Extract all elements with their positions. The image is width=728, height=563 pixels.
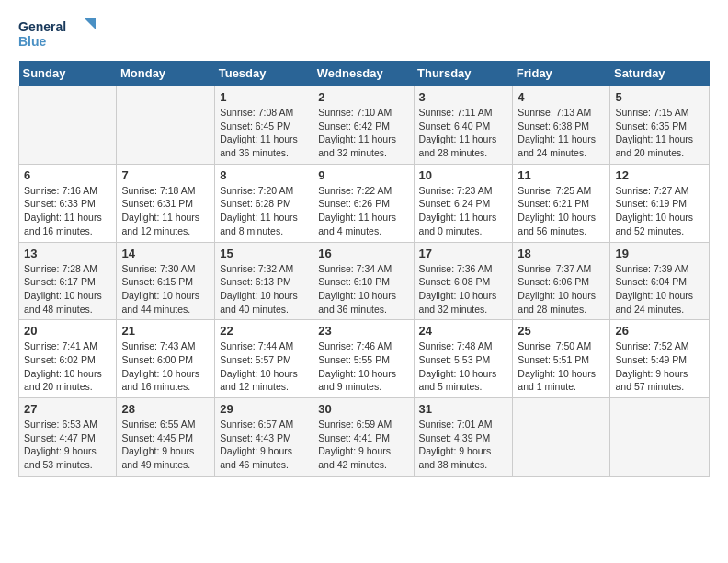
weekday-header-thursday: Thursday <box>414 61 513 86</box>
day-number: 5 <box>615 90 704 104</box>
day-number: 24 <box>419 324 508 338</box>
calendar-cell: 14Sunrise: 7:30 AM Sunset: 6:15 PM Dayli… <box>117 242 215 320</box>
calendar-cell: 13Sunrise: 7:28 AM Sunset: 6:17 PM Dayli… <box>19 242 117 320</box>
calendar-cell: 5Sunrise: 7:15 AM Sunset: 6:35 PM Daylig… <box>610 86 710 165</box>
day-number: 28 <box>121 402 210 416</box>
day-info: Sunrise: 7:11 AM Sunset: 6:40 PM Dayligh… <box>419 106 508 160</box>
day-number: 29 <box>220 402 308 416</box>
calendar-cell: 10Sunrise: 7:23 AM Sunset: 6:24 PM Dayli… <box>414 164 513 242</box>
calendar-cell: 18Sunrise: 7:37 AM Sunset: 6:06 PM Dayli… <box>513 242 610 320</box>
calendar-cell: 23Sunrise: 7:46 AM Sunset: 5:55 PM Dayli… <box>313 320 414 398</box>
day-info: Sunrise: 6:59 AM Sunset: 4:41 PM Dayligh… <box>318 418 408 472</box>
calendar-cell <box>19 86 117 165</box>
day-number: 23 <box>318 324 408 338</box>
day-number: 15 <box>220 247 308 260</box>
day-info: Sunrise: 7:52 AM Sunset: 5:49 PM Dayligh… <box>615 339 704 394</box>
day-number: 18 <box>518 247 605 260</box>
day-number: 20 <box>24 324 111 338</box>
svg-marker-2 <box>85 18 96 29</box>
calendar-cell: 8Sunrise: 7:20 AM Sunset: 6:28 PM Daylig… <box>215 164 313 242</box>
day-info: Sunrise: 7:01 AM Sunset: 4:39 PM Dayligh… <box>419 418 508 472</box>
day-number: 22 <box>220 324 308 338</box>
calendar-table: SundayMondayTuesdayWednesdayThursdayFrid… <box>18 61 710 477</box>
day-number: 11 <box>518 168 605 182</box>
day-info: Sunrise: 7:23 AM Sunset: 6:24 PM Dayligh… <box>419 184 508 238</box>
day-info: Sunrise: 7:30 AM Sunset: 6:15 PM Dayligh… <box>121 262 210 316</box>
day-number: 4 <box>518 90 605 104</box>
calendar-cell: 3Sunrise: 7:11 AM Sunset: 6:40 PM Daylig… <box>414 86 513 165</box>
day-info: Sunrise: 6:57 AM Sunset: 4:43 PM Dayligh… <box>220 418 308 472</box>
calendar-cell: 17Sunrise: 7:36 AM Sunset: 6:08 PM Dayli… <box>414 242 513 320</box>
day-info: Sunrise: 7:32 AM Sunset: 6:13 PM Dayligh… <box>220 262 308 316</box>
day-info: Sunrise: 7:22 AM Sunset: 6:26 PM Dayligh… <box>318 184 408 238</box>
day-number: 19 <box>615 247 704 260</box>
day-info: Sunrise: 7:25 AM Sunset: 6:21 PM Dayligh… <box>518 184 605 238</box>
day-info: Sunrise: 7:18 AM Sunset: 6:31 PM Dayligh… <box>121 184 210 238</box>
calendar-cell: 6Sunrise: 7:16 AM Sunset: 6:33 PM Daylig… <box>19 164 117 242</box>
weekday-header-row: SundayMondayTuesdayWednesdayThursdayFrid… <box>19 61 710 86</box>
logo: General Blue <box>18 15 101 52</box>
calendar-cell <box>117 86 215 165</box>
day-number: 13 <box>24 247 111 260</box>
calendar-cell: 27Sunrise: 6:53 AM Sunset: 4:47 PM Dayli… <box>19 398 117 477</box>
page-header: General Blue <box>18 15 710 52</box>
calendar-cell: 12Sunrise: 7:27 AM Sunset: 6:19 PM Dayli… <box>610 164 710 242</box>
day-number: 12 <box>615 168 704 182</box>
day-number: 6 <box>24 168 111 182</box>
week-row-3: 13Sunrise: 7:28 AM Sunset: 6:17 PM Dayli… <box>19 242 710 320</box>
day-info: Sunrise: 7:15 AM Sunset: 6:35 PM Dayligh… <box>615 106 704 160</box>
calendar-cell: 26Sunrise: 7:52 AM Sunset: 5:49 PM Dayli… <box>610 320 710 398</box>
day-info: Sunrise: 7:48 AM Sunset: 5:53 PM Dayligh… <box>419 339 508 394</box>
day-number: 14 <box>121 247 210 260</box>
day-number: 7 <box>121 168 210 182</box>
calendar-cell: 1Sunrise: 7:08 AM Sunset: 6:45 PM Daylig… <box>215 86 313 165</box>
week-row-4: 20Sunrise: 7:41 AM Sunset: 6:02 PM Dayli… <box>19 320 710 398</box>
day-info: Sunrise: 7:36 AM Sunset: 6:08 PM Dayligh… <box>419 262 508 316</box>
calendar-cell: 2Sunrise: 7:10 AM Sunset: 6:42 PM Daylig… <box>313 86 414 165</box>
day-number: 21 <box>121 324 210 338</box>
day-number: 3 <box>419 90 508 104</box>
calendar-cell: 25Sunrise: 7:50 AM Sunset: 5:51 PM Dayli… <box>513 320 610 398</box>
day-info: Sunrise: 7:28 AM Sunset: 6:17 PM Dayligh… <box>24 262 111 316</box>
week-row-1: 1Sunrise: 7:08 AM Sunset: 6:45 PM Daylig… <box>19 86 710 165</box>
day-number: 8 <box>220 168 308 182</box>
svg-text:General: General <box>18 19 66 34</box>
calendar-cell <box>513 398 610 477</box>
day-number: 9 <box>318 168 408 182</box>
calendar-cell <box>610 398 710 477</box>
weekday-header-wednesday: Wednesday <box>313 61 414 86</box>
logo-icon: General Blue <box>18 15 101 52</box>
calendar-cell: 9Sunrise: 7:22 AM Sunset: 6:26 PM Daylig… <box>313 164 414 242</box>
calendar-cell: 21Sunrise: 7:43 AM Sunset: 6:00 PM Dayli… <box>117 320 215 398</box>
calendar-cell: 16Sunrise: 7:34 AM Sunset: 6:10 PM Dayli… <box>313 242 414 320</box>
day-info: Sunrise: 7:16 AM Sunset: 6:33 PM Dayligh… <box>24 184 111 238</box>
day-info: Sunrise: 7:37 AM Sunset: 6:06 PM Dayligh… <box>518 262 605 316</box>
weekday-header-tuesday: Tuesday <box>215 61 313 86</box>
calendar-cell: 4Sunrise: 7:13 AM Sunset: 6:38 PM Daylig… <box>513 86 610 165</box>
weekday-header-sunday: Sunday <box>19 61 117 86</box>
day-info: Sunrise: 7:41 AM Sunset: 6:02 PM Dayligh… <box>24 339 111 394</box>
day-info: Sunrise: 6:53 AM Sunset: 4:47 PM Dayligh… <box>24 418 111 472</box>
day-number: 31 <box>419 402 508 416</box>
calendar-cell: 29Sunrise: 6:57 AM Sunset: 4:43 PM Dayli… <box>215 398 313 477</box>
day-number: 25 <box>518 324 605 338</box>
calendar-cell: 7Sunrise: 7:18 AM Sunset: 6:31 PM Daylig… <box>117 164 215 242</box>
day-info: Sunrise: 7:43 AM Sunset: 6:00 PM Dayligh… <box>121 339 210 394</box>
weekday-header-monday: Monday <box>117 61 215 86</box>
day-info: Sunrise: 7:27 AM Sunset: 6:19 PM Dayligh… <box>615 184 704 238</box>
day-number: 2 <box>318 90 408 104</box>
calendar-cell: 30Sunrise: 6:59 AM Sunset: 4:41 PM Dayli… <box>313 398 414 477</box>
day-number: 17 <box>419 247 508 260</box>
calendar-cell: 20Sunrise: 7:41 AM Sunset: 6:02 PM Dayli… <box>19 320 117 398</box>
day-info: Sunrise: 7:39 AM Sunset: 6:04 PM Dayligh… <box>615 262 704 316</box>
weekday-header-friday: Friday <box>513 61 610 86</box>
calendar-cell: 24Sunrise: 7:48 AM Sunset: 5:53 PM Dayli… <box>414 320 513 398</box>
day-number: 27 <box>24 402 111 416</box>
day-info: Sunrise: 7:50 AM Sunset: 5:51 PM Dayligh… <box>518 339 605 394</box>
day-info: Sunrise: 7:34 AM Sunset: 6:10 PM Dayligh… <box>318 262 408 316</box>
calendar-cell: 19Sunrise: 7:39 AM Sunset: 6:04 PM Dayli… <box>610 242 710 320</box>
calendar-cell: 15Sunrise: 7:32 AM Sunset: 6:13 PM Dayli… <box>215 242 313 320</box>
day-number: 10 <box>419 168 508 182</box>
day-info: Sunrise: 7:46 AM Sunset: 5:55 PM Dayligh… <box>318 339 408 394</box>
day-info: Sunrise: 7:20 AM Sunset: 6:28 PM Dayligh… <box>220 184 308 238</box>
